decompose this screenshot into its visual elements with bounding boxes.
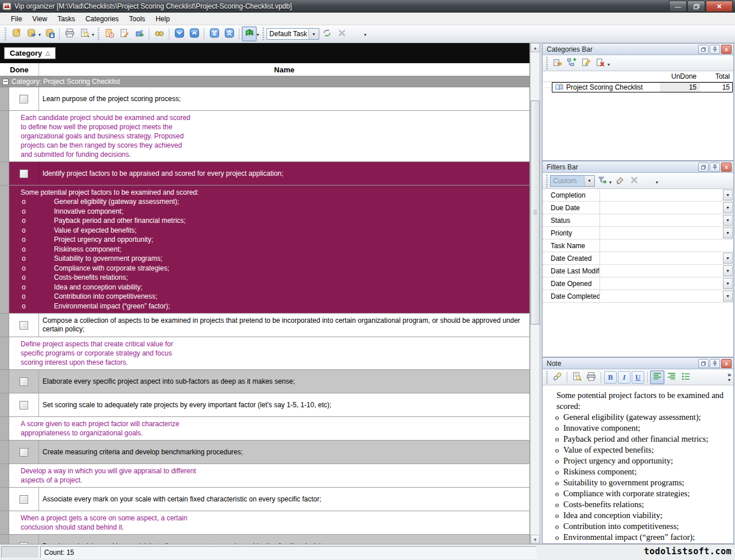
- filter-dropdown-icon[interactable]: ▼: [723, 265, 733, 276]
- menu-tools[interactable]: Tools: [124, 14, 150, 24]
- filter-dropdown-icon[interactable]: ▼: [723, 202, 733, 213]
- edit-category-button[interactable]: [579, 56, 593, 70]
- task-row[interactable]: Associate every mark on your scale with …: [0, 488, 529, 511]
- filter-dropdown-icon[interactable]: ▼: [723, 291, 733, 302]
- find-button[interactable]: [152, 26, 167, 41]
- print-button[interactable]: [62, 26, 77, 41]
- task-row[interactable]: Learn purpose of the project scoring pro…: [0, 87, 529, 111]
- filter-load-dropdown-icon[interactable]: ▾: [609, 176, 612, 185]
- task-checkbox[interactable]: [20, 95, 28, 103]
- column-header-name[interactable]: Name: [39, 63, 529, 76]
- note-content[interactable]: Some potential project factors to be exa…: [543, 385, 733, 543]
- task-checkbox[interactable]: [20, 377, 28, 386]
- group-by-category-button[interactable]: Category △: [4, 47, 56, 59]
- column-header-undone[interactable]: UnDone: [656, 72, 700, 80]
- edit-task-button[interactable]: [117, 26, 131, 41]
- menu-categories[interactable]: Categories: [80, 14, 124, 24]
- filter-value-field[interactable]: [600, 277, 723, 289]
- new-task-button[interactable]: [102, 26, 117, 41]
- task-row[interactable]: Create measuring criteria and develop be…: [0, 441, 529, 464]
- task-row[interactable]: Compose a collection of aspects to be ex…: [0, 314, 529, 337]
- filter-dropdown-icon[interactable]: ▼: [723, 253, 733, 264]
- filter-delete-button[interactable]: [627, 174, 641, 188]
- bullet-list-button[interactable]: [679, 370, 693, 384]
- expand-all-button[interactable]: [207, 26, 222, 41]
- category-row[interactable]: Category: Project Scoring Checklist: [0, 76, 529, 87]
- view-notes-dropdown-icon[interactable]: ▾: [257, 29, 259, 37]
- filter-value-field[interactable]: [600, 240, 733, 252]
- filter-dropdown-icon[interactable]: ▼: [723, 190, 733, 200]
- new-category-button[interactable]: [550, 56, 564, 70]
- delete-category-dropdown-icon[interactable]: ▾: [608, 59, 610, 67]
- scroll-up-icon[interactable]: ▲: [531, 43, 540, 52]
- filter-value-field[interactable]: [600, 227, 723, 239]
- move-down-button[interactable]: [172, 26, 187, 41]
- filter-value-field[interactable]: [600, 214, 723, 226]
- print-preview-button[interactable]: [570, 370, 584, 384]
- italic-button[interactable]: I: [618, 371, 630, 384]
- filter-value-field[interactable]: [600, 265, 723, 277]
- filter-preset-dropdown-icon[interactable]: ▼: [584, 176, 594, 186]
- category-item-row[interactable]: ····Project Scoring Checklist1515: [543, 82, 733, 92]
- vertical-scrollbar[interactable]: ▲ ▼: [530, 43, 539, 544]
- restore-button[interactable]: [687, 1, 705, 12]
- new-database-button[interactable]: [9, 26, 24, 41]
- task-row[interactable]: Set scoring scale to adequately rate pro…: [0, 393, 529, 417]
- task-checkbox[interactable]: [20, 401, 28, 410]
- toolbar-overflow-button[interactable]: »▾: [728, 372, 731, 383]
- task-checkbox[interactable]: [20, 495, 28, 504]
- task-note-row[interactable]: Each candidate project should be examine…: [0, 111, 529, 162]
- close-button[interactable]: ✕: [706, 1, 733, 12]
- menu-help[interactable]: Help: [150, 14, 175, 24]
- filters-close-button[interactable]: x: [721, 163, 732, 172]
- bold-button[interactable]: B: [604, 371, 617, 384]
- menu-file[interactable]: File: [6, 14, 27, 24]
- filter-load-button[interactable]: [595, 174, 609, 188]
- filter-value-field[interactable]: [600, 202, 723, 214]
- open-database-dropdown-icon[interactable]: ▾: [38, 29, 41, 37]
- note-restore-button[interactable]: [698, 359, 709, 368]
- categories-restore-button[interactable]: [698, 45, 709, 54]
- task-type-dropdown-icon[interactable]: ▼: [308, 29, 319, 39]
- task-note-row[interactable]: Develop a way in which you will give app…: [0, 464, 529, 488]
- minimize-button[interactable]: —: [669, 1, 687, 12]
- collapse-all-button[interactable]: [222, 26, 237, 41]
- apply-task-type-button[interactable]: [319, 26, 334, 41]
- filter-value-field[interactable]: [600, 252, 723, 264]
- scroll-down-icon[interactable]: ▼: [531, 535, 540, 544]
- move-up-button[interactable]: [187, 26, 202, 41]
- column-header-total[interactable]: Total: [700, 72, 733, 80]
- collapse-icon[interactable]: [2, 79, 9, 85]
- task-row[interactable]: Develop a decision-making model that all…: [0, 535, 529, 544]
- more-dropdown-icon[interactable]: ▾: [364, 29, 366, 37]
- more-button[interactable]: [641, 174, 656, 188]
- filter-dropdown-icon[interactable]: ▼: [723, 215, 733, 226]
- filter-value-field[interactable]: [600, 290, 723, 302]
- task-row[interactable]: Elaborate every specific project aspect …: [0, 370, 529, 393]
- task-note-row[interactable]: When a project gets a score on some aspe…: [0, 511, 529, 535]
- categories-pin-button[interactable]: [710, 45, 720, 54]
- filter-dropdown-icon[interactable]: ▼: [723, 227, 733, 238]
- task-note-row[interactable]: A score given to each project factor wil…: [0, 417, 529, 441]
- insert-link-button[interactable]: [550, 370, 564, 384]
- align-right-button[interactable]: [664, 370, 679, 384]
- filter-dropdown-icon[interactable]: ▼: [723, 278, 733, 289]
- filters-restore-button[interactable]: [698, 163, 709, 172]
- view-notes-button[interactable]: [242, 26, 257, 41]
- note-close-button[interactable]: x: [721, 359, 732, 368]
- new-subcategory-button[interactable]: [564, 56, 579, 70]
- filter-preset-combobox[interactable]: Custom ▼: [550, 175, 595, 187]
- task-checkbox[interactable]: [20, 321, 28, 330]
- filter-clear-button[interactable]: [613, 174, 627, 188]
- menu-tasks[interactable]: Tasks: [52, 14, 80, 24]
- underline-button[interactable]: U: [632, 371, 644, 384]
- align-left-button[interactable]: [650, 370, 664, 384]
- print-preview-button[interactable]: [77, 26, 92, 41]
- complete-task-button[interactable]: [131, 26, 146, 41]
- open-database-button[interactable]: [24, 26, 38, 41]
- menu-view[interactable]: View: [27, 14, 52, 24]
- column-header-done[interactable]: Done: [0, 63, 39, 76]
- print-button[interactable]: [584, 370, 598, 384]
- delete-disabled-button[interactable]: [334, 26, 349, 41]
- task-type-combobox[interactable]: Default Task▼: [266, 28, 319, 40]
